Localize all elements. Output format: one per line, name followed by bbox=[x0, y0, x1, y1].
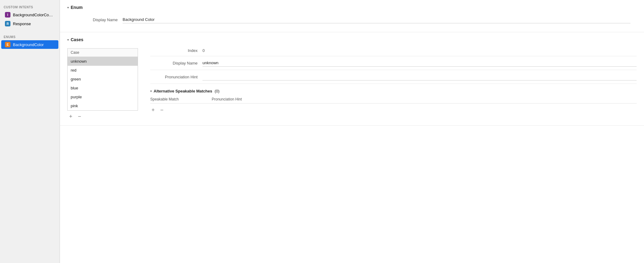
cases-section-title: Cases bbox=[71, 37, 83, 42]
add-case-button[interactable]: + bbox=[68, 114, 74, 119]
case-list-item-unknown[interactable]: unknown bbox=[68, 57, 138, 66]
sidebar-item-background-color[interactable]: E BackgroundColor bbox=[1, 40, 58, 49]
pronunciation-hint-row: Pronunciation Hint bbox=[150, 73, 637, 84]
intent-badge-i: I bbox=[5, 12, 10, 18]
cases-chevron[interactable]: ▾ bbox=[67, 38, 69, 41]
display-name-row: Display Name bbox=[67, 16, 637, 23]
index-label: Index bbox=[150, 48, 202, 53]
enum-section: ▾ Enum Display Name bbox=[60, 0, 644, 32]
case-list-item-purple[interactable]: purple bbox=[68, 92, 138, 101]
case-list-item-blue[interactable]: blue bbox=[68, 84, 138, 92]
enum-section-header: ▾ Enum bbox=[67, 5, 637, 10]
speakable-match-col-header: Speakable Match bbox=[150, 97, 212, 101]
index-value: 0 bbox=[202, 48, 205, 53]
case-display-name-input[interactable] bbox=[202, 59, 637, 67]
sidebar-item-background-color-conf[interactable]: I BackgroundColorConf... bbox=[1, 10, 58, 19]
add-speakable-button[interactable]: + bbox=[150, 107, 156, 113]
cases-section: ▾ Cases Case unknown red green blue purp… bbox=[60, 32, 644, 126]
alt-speakable-section: ▾ Alternative Speakable Matches (0) Spea… bbox=[150, 89, 637, 113]
cases-right-panel: Index 0 Display Name Pronunciation Hint … bbox=[138, 48, 637, 113]
case-display-name-row: Display Name bbox=[150, 59, 637, 70]
case-list-item-red[interactable]: red bbox=[68, 66, 138, 75]
enum-section-title: Enum bbox=[71, 5, 83, 10]
alt-speakable-controls: + − bbox=[150, 107, 637, 113]
alt-speakable-title: Alternative Speakable Matches (0) bbox=[154, 89, 219, 93]
sidebar: CUSTOM INTENTS I BackgroundColorConf... … bbox=[0, 0, 60, 263]
sidebar-item-label-response: Response bbox=[13, 22, 31, 26]
enums-section-title: ENUMS bbox=[0, 33, 60, 40]
cases-section-header: ▾ Cases bbox=[67, 37, 637, 42]
case-display-name-label: Display Name bbox=[150, 61, 202, 65]
index-row: Index 0 bbox=[150, 48, 637, 56]
case-list-controls: + − bbox=[67, 114, 138, 119]
cases-layout: Case unknown red green blue purple pink … bbox=[67, 48, 637, 119]
main-content: ▾ Enum Display Name ▾ Cases Case unknown… bbox=[60, 0, 644, 263]
cases-left-panel: Case unknown red green blue purple pink … bbox=[67, 48, 138, 119]
intent-badge-r: R bbox=[5, 21, 10, 26]
case-list: Case unknown red green blue purple pink bbox=[67, 48, 138, 111]
case-list-item-pink[interactable]: pink bbox=[68, 101, 138, 110]
enum-badge-e: E bbox=[5, 42, 10, 47]
pronunciation-hint-input[interactable] bbox=[202, 73, 637, 80]
custom-intents-section-title: CUSTOM INTENTS bbox=[0, 3, 60, 10]
sidebar-item-response[interactable]: R Response bbox=[1, 19, 58, 28]
pronunciation-hint-col-header: Pronunciation Hint bbox=[212, 97, 242, 101]
case-list-item-green[interactable]: green bbox=[68, 75, 138, 84]
sidebar-item-label-background-color-conf: BackgroundColorConf... bbox=[13, 13, 55, 17]
remove-speakable-button[interactable]: − bbox=[159, 107, 165, 113]
case-list-header: Case bbox=[68, 49, 138, 57]
alt-speakable-chevron[interactable]: ▾ bbox=[150, 89, 152, 93]
display-name-input[interactable] bbox=[123, 16, 630, 23]
alt-table-header: Speakable Match Pronunciation Hint bbox=[150, 97, 637, 104]
sidebar-item-label-background-color: BackgroundColor bbox=[13, 42, 44, 47]
enum-chevron[interactable]: ▾ bbox=[67, 6, 69, 9]
pronunciation-hint-label: Pronunciation Hint bbox=[150, 75, 202, 79]
remove-case-button[interactable]: − bbox=[77, 114, 83, 119]
display-name-label: Display Name bbox=[73, 18, 123, 22]
alt-speakable-header: ▾ Alternative Speakable Matches (0) bbox=[150, 89, 637, 93]
